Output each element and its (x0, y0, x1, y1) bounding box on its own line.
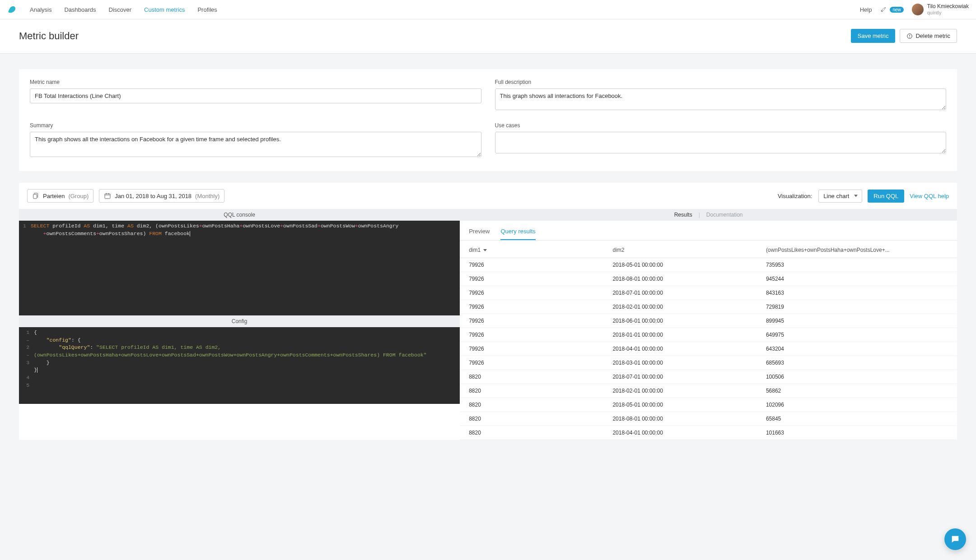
table-cell: 2018-05-01 00:00:00 (612, 402, 766, 408)
avatar (912, 4, 924, 15)
results-pane: Preview Query results dim1 dim2 (ownPost… (460, 221, 957, 440)
table-cell: 2018-04-01 00:00:00 (612, 346, 766, 352)
svg-rect-5 (105, 194, 110, 199)
brand-logo (7, 5, 17, 14)
table-row: 799262018-02-01 00:00:00729819 (460, 300, 957, 314)
table-cell: 729819 (766, 304, 948, 310)
user-name: Tilo Kmieckowiak (927, 4, 969, 9)
table-cell: 899945 (766, 318, 948, 324)
view-qql-help-link[interactable]: View QQL help (910, 193, 949, 199)
documentation-header-label[interactable]: Documentation (706, 212, 743, 218)
metric-form-card: Metric name Full description This graph … (19, 69, 957, 171)
config-editor[interactable]: 1 –2 –345 { "config": { "qqlQuery": "SEL… (19, 327, 460, 404)
table-cell: 2018-03-01 00:00:00 (612, 360, 766, 366)
page-title: Metric builder (19, 30, 79, 42)
profile-group-chip[interactable]: Parteien (Group) (27, 189, 93, 203)
table-cell: 79926 (469, 262, 612, 268)
rocket-icon (880, 6, 887, 13)
tab-query-results[interactable]: Query results (500, 225, 535, 240)
col-value[interactable]: (ownPostsLikes+ownPostsHaha+ownPostsLove… (766, 247, 948, 253)
table-cell: 8820 (469, 416, 612, 422)
table-cell: 843163 (766, 290, 948, 296)
table-cell: 79926 (469, 346, 612, 352)
table-cell: 2018-01-01 00:00:00 (612, 332, 766, 338)
results-tabs: Preview Query results (460, 221, 957, 241)
description-input[interactable]: This graph shows all interactions for Fa… (495, 88, 947, 110)
new-badge: new (890, 7, 903, 13)
table-cell: 735953 (766, 262, 948, 268)
calendar-icon (104, 192, 111, 199)
col-dim2[interactable]: dim2 (612, 247, 766, 253)
table-row: 88202018-04-01 00:00:00101663 (460, 426, 957, 440)
nav-link-custom-metrics[interactable]: Custom metrics (144, 6, 185, 13)
nav-link-profiles[interactable]: Profiles (197, 6, 217, 13)
table-cell: 79926 (469, 332, 612, 338)
table-cell: 2018-02-01 00:00:00 (612, 304, 766, 310)
table-row: 799262018-03-01 00:00:00685693 (460, 356, 957, 370)
table-cell: 79926 (469, 290, 612, 296)
help-link[interactable]: Help (860, 6, 872, 13)
table-cell: 2018-06-01 00:00:00 (612, 318, 766, 324)
table-cell: 643204 (766, 346, 948, 352)
summary-input[interactable]: This graph shows all the interactions on… (30, 132, 481, 157)
qql-console-header: QQL console (19, 209, 460, 221)
qql-editor[interactable]: 1 SELECT profileId AS dim1, time AS dim2… (19, 221, 460, 315)
results-header: Results | Documentation (460, 209, 957, 221)
results-head: dim1 dim2 (ownPostsLikes+ownPostsHaha+ow… (460, 241, 957, 258)
delete-metric-button[interactable]: Delete metric (900, 29, 957, 43)
tab-preview[interactable]: Preview (469, 225, 490, 240)
console-controls: Parteien (Group) Jan 01, 2018 to Aug 31,… (19, 183, 957, 209)
table-cell: 79926 (469, 276, 612, 282)
table-row: 799262018-08-01 00:00:00945244 (460, 272, 957, 286)
table-row: 799262018-06-01 00:00:00899945 (460, 314, 957, 328)
delete-label: Delete metric (915, 32, 950, 39)
table-cell: 8820 (469, 402, 612, 408)
user-menu[interactable]: Tilo Kmieckowiak quintly (912, 4, 969, 15)
alert-icon (906, 33, 913, 39)
table-cell: 8820 (469, 374, 612, 380)
usecases-input[interactable] (495, 132, 947, 153)
copy-icon (32, 192, 39, 199)
chat-fab[interactable] (944, 528, 966, 550)
col-dim1[interactable]: dim1 (469, 247, 612, 253)
nav-links: Analysis Dashboards Discover Custom metr… (30, 6, 217, 13)
console-card: Parteien (Group) Jan 01, 2018 to Aug 31,… (19, 183, 957, 440)
results-table: dim1 dim2 (ownPostsLikes+ownPostsHaha+ow… (460, 241, 957, 440)
visualization-value: Line chart (823, 193, 849, 199)
table-cell: 2018-04-01 00:00:00 (612, 430, 766, 436)
nav-link-analysis[interactable]: Analysis (30, 6, 51, 13)
save-metric-button[interactable]: Save metric (851, 29, 896, 43)
date-range: Jan 01, 2018 to Aug 31, 2018 (115, 193, 191, 199)
whats-new[interactable]: new (880, 6, 903, 13)
table-cell: 100506 (766, 374, 948, 380)
visualization-select[interactable]: Line chart (818, 190, 862, 203)
results-header-divider: | (699, 212, 700, 218)
table-cell: 2018-02-01 00:00:00 (612, 388, 766, 394)
table-cell: 56862 (766, 388, 948, 394)
table-cell: 685693 (766, 360, 948, 366)
table-cell: 2018-08-01 00:00:00 (612, 276, 766, 282)
nav-link-discover[interactable]: Discover (109, 6, 132, 13)
group-type: (Group) (68, 193, 89, 199)
user-info: Tilo Kmieckowiak quintly (927, 4, 969, 15)
page-header: Metric builder Save metric Delete metric (0, 19, 976, 54)
date-range-chip[interactable]: Jan 01, 2018 to Aug 31, 2018 (Monthly) (99, 189, 224, 203)
table-row: 88202018-05-01 00:00:00102096 (460, 398, 957, 412)
table-cell: 945244 (766, 276, 948, 282)
metric-name-input[interactable] (30, 88, 481, 103)
table-cell: 2018-07-01 00:00:00 (612, 374, 766, 380)
table-row: 88202018-08-01 00:00:0065845 (460, 412, 957, 426)
table-row: 799262018-01-01 00:00:00649975 (460, 328, 957, 342)
usecases-label: Use cases (495, 122, 947, 129)
table-row: 799262018-07-01 00:00:00843163 (460, 286, 957, 300)
config-header: Config (19, 315, 460, 327)
table-cell: 79926 (469, 318, 612, 324)
svg-point-2 (910, 37, 910, 37)
table-row: 799262018-04-01 00:00:00643204 (460, 342, 957, 356)
visualization-label: Visualization: (778, 193, 812, 199)
table-row: 88202018-07-01 00:00:00100506 (460, 370, 957, 384)
table-cell: 65845 (766, 416, 948, 422)
chat-icon (950, 534, 960, 544)
run-qql-button[interactable]: Run QQL (868, 190, 904, 203)
nav-link-dashboards[interactable]: Dashboards (64, 6, 96, 13)
